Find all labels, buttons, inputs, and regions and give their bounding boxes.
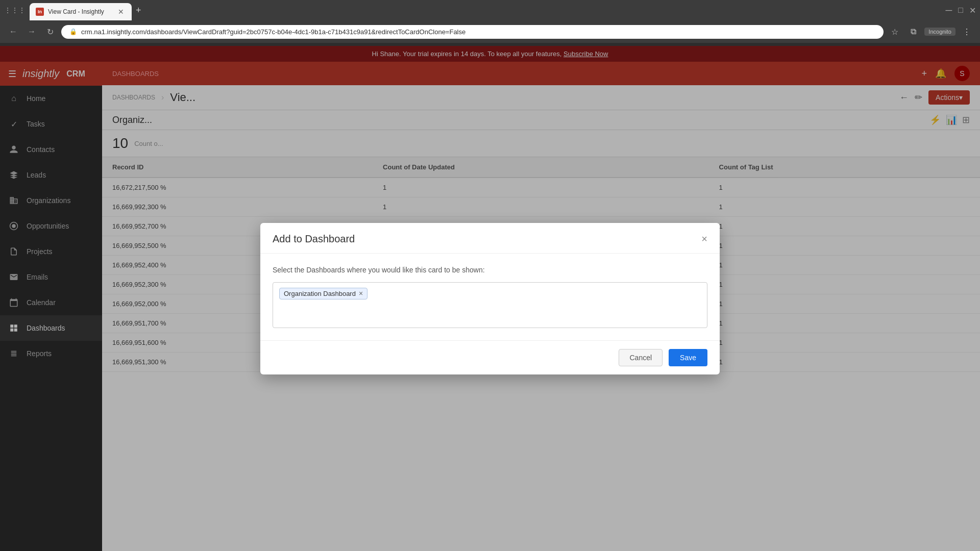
url-text: crm.na1.insightly.com/dashboards/ViewCar… [81, 28, 465, 36]
lock-icon: 🔒 [69, 28, 77, 35]
dashboard-tag-label: Organization Dashboard [284, 290, 356, 297]
incognito-badge: Incognito [924, 28, 955, 36]
modal-close-btn[interactable]: × [701, 234, 707, 244]
browser-actions: ☆ ⧉ Incognito ⋮ [888, 24, 974, 39]
dashboard-tag: Organization Dashboard × [279, 288, 368, 299]
refresh-nav-btn[interactable]: ↻ [43, 24, 57, 39]
back-nav-btn[interactable]: ← [6, 24, 20, 39]
modal-footer: Cancel Save [260, 340, 720, 374]
cancel-button[interactable]: Cancel [619, 349, 663, 366]
browser-menu-btn[interactable]: ⋮⋮⋮ [4, 6, 26, 14]
tab-close-btn[interactable]: ✕ [116, 7, 126, 16]
tab-title: View Card - Insightly [48, 8, 112, 15]
chrome-menu-icon[interactable]: ⋮ [960, 24, 974, 39]
favicon: In [36, 8, 44, 16]
modal-title: Add to Dashboard [273, 233, 355, 245]
modal-description: Select the Dashboards where you would li… [273, 266, 707, 274]
dashboard-select-input[interactable]: Organization Dashboard × [273, 282, 707, 328]
browser-titlebar: ⋮⋮⋮ In View Card - Insightly ✕ + ─ □ ✕ [0, 0, 980, 20]
modal-header: Add to Dashboard × [260, 223, 720, 254]
minimize-btn[interactable]: ─ [946, 5, 952, 16]
forward-nav-btn[interactable]: → [24, 24, 39, 39]
modal-body: Select the Dashboards where you would li… [260, 254, 720, 340]
browser-tab[interactable]: In View Card - Insightly ✕ [30, 3, 132, 20]
modal-overlay: Add to Dashboard × Select the Dashboards… [0, 46, 980, 551]
browser-controls: ← → ↻ 🔒 crm.na1.insightly.com/dashboards… [0, 20, 980, 43]
window-close-btn[interactable]: ✕ [969, 6, 976, 15]
bookmark-icon[interactable]: ☆ [888, 24, 902, 39]
dashboard-tag-remove-btn[interactable]: × [359, 290, 363, 297]
new-tab-btn[interactable]: + [136, 5, 141, 16]
maximize-btn[interactable]: □ [958, 6, 963, 15]
address-bar[interactable]: 🔒 crm.na1.insightly.com/dashboards/ViewC… [61, 25, 884, 39]
add-to-dashboard-modal: Add to Dashboard × Select the Dashboards… [260, 223, 720, 374]
extensions-icon[interactable]: ⧉ [906, 24, 920, 39]
save-button[interactable]: Save [669, 349, 707, 366]
browser-chrome: ⋮⋮⋮ In View Card - Insightly ✕ + ─ □ ✕ ←… [0, 0, 980, 46]
